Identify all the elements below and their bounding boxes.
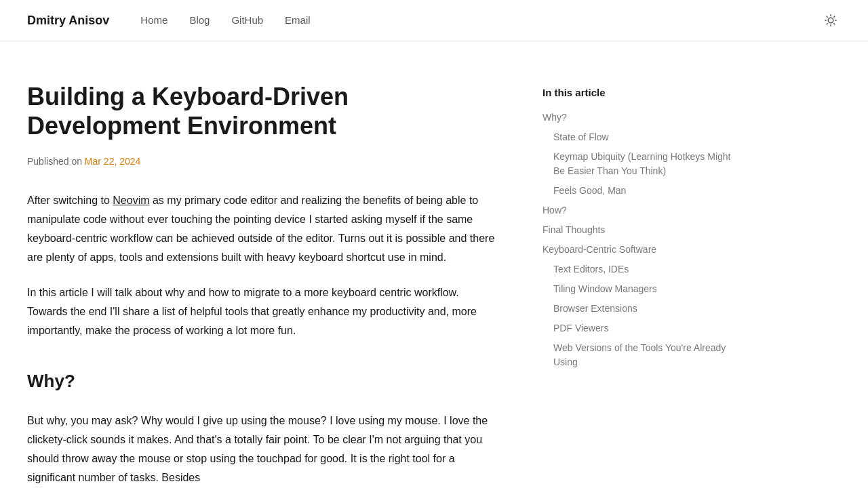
toc-link-how[interactable]: How?	[542, 202, 732, 219]
toc-link-state-of-flow[interactable]: State of Flow	[553, 129, 732, 146]
nav-bar: Dmitry Anisov Home Blog GitHub Email	[0, 0, 868, 41]
toc-list: Why? State of Flow Keymap Ubiquity (Lear…	[542, 109, 732, 371]
toc-link-pdf-viewers[interactable]: PDF Viewers	[553, 320, 732, 337]
page-layout: Building a Keyboard-Driven Development E…	[0, 41, 868, 488]
toc-link-text-editors[interactable]: Text Editors, IDEs	[553, 261, 732, 278]
svg-line-7	[827, 24, 827, 24]
toc-link-browser-extensions[interactable]: Browser Extensions	[553, 300, 732, 317]
toc-item-keyboard-centric: Keyboard-Centric Software	[542, 241, 732, 258]
published-prefix: Published on	[27, 156, 82, 167]
theme-toggle-button[interactable]	[821, 10, 841, 30]
site-title[interactable]: Dmitry Anisov	[27, 11, 109, 30]
svg-line-8	[834, 16, 835, 17]
published-date-link[interactable]: Mar 22, 2024	[85, 156, 141, 167]
main-content: Building a Keyboard-Driven Development E…	[27, 82, 502, 488]
toc-link-keyboard-centric[interactable]: Keyboard-Centric Software	[542, 241, 732, 258]
published-date: Published on Mar 22, 2024	[27, 154, 502, 169]
sun-icon	[825, 14, 837, 26]
toc-item-why: Why?	[542, 109, 732, 126]
nav-link-github[interactable]: GitHub	[220, 8, 274, 33]
toc-link-why[interactable]: Why?	[542, 109, 732, 126]
neovim-link[interactable]: Neovim	[113, 195, 149, 206]
toc-link-final-thoughts[interactable]: Final Thoughts	[542, 222, 732, 239]
toc-link-web-versions[interactable]: Web Versions of the Tools You're Already…	[553, 340, 732, 371]
why-para: But why, you may ask? Why would I give u…	[27, 411, 502, 487]
nav-link-blog[interactable]: Blog	[178, 8, 220, 33]
svg-line-4	[834, 24, 835, 24]
svg-line-3	[827, 16, 827, 17]
toc-title: In this article	[542, 85, 732, 101]
toc-link-keymap[interactable]: Keymap Ubiquity (Learning Hotkeys Might …	[553, 148, 732, 180]
toc-subitem-pdf-viewers: PDF Viewers	[542, 320, 732, 337]
toc-subitem-tiling-wm: Tiling Window Managers	[542, 281, 732, 298]
nav-link-email[interactable]: Email	[274, 8, 321, 33]
toc-subitem-state-of-flow: State of Flow	[542, 129, 732, 146]
article-para-2: In this article I will talk about why an…	[27, 283, 502, 340]
nav-link-home[interactable]: Home	[130, 8, 178, 33]
sidebar: In this article Why? State of Flow Keyma…	[542, 82, 732, 488]
toc-link-feels-good[interactable]: Feels Good, Man	[553, 182, 732, 199]
article-title: Building a Keyboard-Driven Development E…	[27, 82, 502, 140]
nav-links: Home Blog GitHub Email	[130, 8, 321, 33]
toc-item-how: How?	[542, 202, 732, 219]
toc-subitem-browser-extensions: Browser Extensions	[542, 300, 732, 317]
toc-subitem-feels-good: Feels Good, Man	[542, 182, 732, 199]
nav-left: Dmitry Anisov Home Blog GitHub Email	[27, 8, 321, 33]
toc-subitem-keymap: Keymap Ubiquity (Learning Hotkeys Might …	[542, 148, 732, 180]
article-para-1: After switching to Neovim as my primary …	[27, 191, 502, 267]
toc-link-tiling-wm[interactable]: Tiling Window Managers	[553, 281, 732, 298]
toc-item-final-thoughts: Final Thoughts	[542, 222, 732, 239]
svg-point-0	[828, 18, 833, 23]
toc-subitem-web-versions: Web Versions of the Tools You're Already…	[542, 340, 732, 371]
toc-subitem-text-editors: Text Editors, IDEs	[542, 261, 732, 278]
why-heading: Why?	[27, 367, 502, 396]
